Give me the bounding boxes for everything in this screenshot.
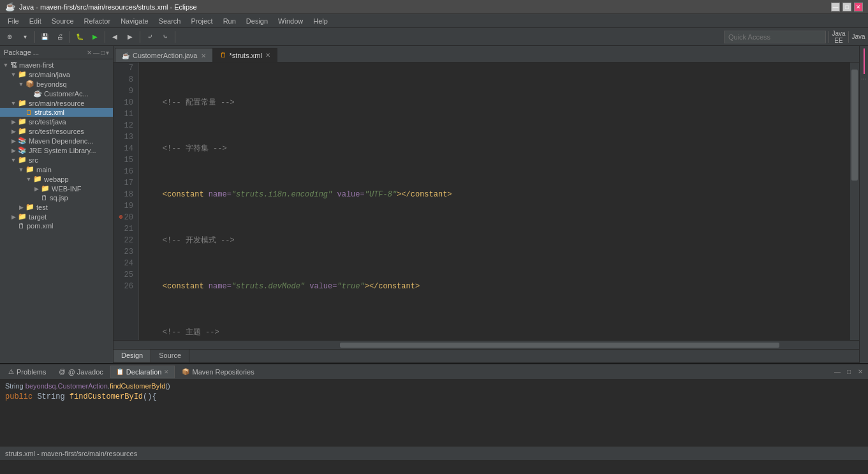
menu-search[interactable]: Search	[154, 15, 186, 27]
panel-maximize-btn[interactable]: □	[844, 367, 854, 377]
folder-icon: 📁	[18, 70, 27, 78]
sidebar-min-btn[interactable]: —	[93, 49, 99, 56]
attr-val: "struts.i18n.encoding"	[232, 189, 332, 200]
quick-access-input[interactable]	[724, 31, 826, 43]
sig-type: String	[5, 382, 26, 390]
tree-item-maven-first[interactable]: ▼ 🏗 maven-first	[0, 61, 113, 70]
comment-12: <!-- 主题 -->	[144, 327, 219, 338]
right-panel: ⋮	[859, 46, 868, 363]
toolbar-back-btn[interactable]: ◀	[108, 30, 122, 44]
panel-tab-problems[interactable]: ⚠ Problems	[3, 366, 52, 378]
tree-item-beyondsq[interactable]: ▼ 📦 beyondsq	[0, 79, 113, 89]
sidebar-close-btn[interactable]: ✕	[87, 49, 92, 56]
menu-refactor[interactable]: Refactor	[79, 15, 116, 27]
toolbar-btn3[interactable]: ⤶	[143, 30, 157, 44]
menu-run[interactable]: Run	[218, 15, 241, 27]
tree-item-src-test-resources[interactable]: ▶ 📁 src/test/resources	[0, 126, 113, 136]
java-btn[interactable]: Java	[851, 30, 865, 44]
tree-item-customerac[interactable]: ▶ ☕ CustomerAc...	[0, 89, 113, 98]
tree-item-maven-dep[interactable]: ▶ 📚 Maven Dependenc...	[0, 136, 113, 145]
tab-close-btn[interactable]: ✕	[265, 52, 270, 59]
menu-help[interactable]: Help	[308, 15, 333, 27]
tree-item-sq-jsp[interactable]: ▶ 🗒 sq.jsp	[0, 193, 113, 202]
menu-source[interactable]: Source	[47, 15, 79, 27]
sidebar-max-btn[interactable]: □	[101, 49, 105, 56]
line-num-23: 23	[119, 246, 133, 258]
bracket3: >	[447, 189, 452, 200]
toolbar-run-btn[interactable]: ▶	[88, 30, 102, 44]
java-ee-btn[interactable]: Java EE	[832, 30, 846, 44]
error-icon: ⊗	[119, 212, 123, 223]
panel-minimize-btn[interactable]: —	[832, 367, 842, 377]
toolbar-debug-btn[interactable]: 🐛	[73, 30, 87, 44]
toolbar-save-btn[interactable]: 💾	[38, 30, 52, 44]
vertical-scrollbar[interactable]	[850, 63, 859, 340]
toolbar-print-btn[interactable]: 🖨	[53, 30, 67, 44]
maven-icon: 📦	[182, 368, 189, 375]
menu-design[interactable]: Design	[241, 15, 273, 27]
code-line-12: <!-- 主题 -->	[144, 327, 850, 338]
menu-project[interactable]: Project	[186, 15, 217, 27]
menu-window[interactable]: Window	[273, 15, 308, 27]
folder-icon: 📁	[33, 175, 42, 183]
expand-arrow: ▼	[10, 100, 17, 107]
menu-navigate[interactable]: Navigate	[115, 15, 153, 27]
design-tab[interactable]: Design	[114, 350, 151, 362]
javadoc-label: @ Javadoc	[68, 368, 103, 376]
tree-item-src[interactable]: ▼ 📁 src	[0, 155, 113, 165]
declaration-icon: 📋	[116, 368, 124, 375]
declaration-close-btn[interactable]: ✕	[164, 369, 169, 375]
tree-item-target[interactable]: ▶ 📁 target	[0, 212, 113, 221]
hscroll-thumb[interactable]	[340, 343, 779, 348]
titlebar-controls: — □ ✕	[831, 3, 863, 11]
sidebar-menu-btn[interactable]: ▾	[106, 49, 109, 56]
sidebar-header: Package ... ✕ — □ ▾	[0, 46, 113, 59]
horizontal-scrollbar[interactable]	[114, 340, 859, 349]
toolbar-new-btn[interactable]: ⊕	[3, 30, 17, 44]
menu-file[interactable]: File	[3, 15, 24, 27]
bracket: <	[144, 189, 167, 200]
tree-item-src-test-java[interactable]: ▶ 📁 src/test/java	[0, 117, 113, 126]
tree-item-main[interactable]: ▼ 📁 main	[0, 165, 113, 174]
tree-item-webinf[interactable]: ▶ 📁 WEB-INF	[0, 184, 113, 193]
right-label: ⋮	[861, 77, 867, 82]
panel-tab-declaration[interactable]: 📋 Declaration ✕	[110, 366, 175, 378]
tree-item-pom-xml[interactable]: ▶ 🗒 pom.xml	[0, 221, 113, 230]
tree-item-struts-xml[interactable]: ▶ 🗒 struts.xml	[0, 108, 113, 117]
sig-method: findCustomerById	[110, 382, 165, 390]
line-num-16: 16	[119, 166, 133, 177]
minimize-btn[interactable]: —	[831, 3, 840, 11]
tree-item-webapp[interactable]: ▼ 📁 webapp	[0, 174, 113, 184]
code-line-11: <constant name="struts.devMode" value="t…	[144, 281, 850, 292]
tree-item-src-main-resource[interactable]: ▼ 📁 src/main/resource	[0, 98, 113, 108]
tab-close-btn[interactable]: ✕	[201, 52, 206, 59]
tree-item-test[interactable]: ▶ 📁 test	[0, 202, 113, 212]
maximize-btn[interactable]: □	[842, 3, 851, 11]
line-num-24: 24	[119, 258, 133, 269]
toolbar-fwd-btn[interactable]: ▶	[123, 30, 137, 44]
tree-label: src/test/resources	[29, 128, 84, 135]
panel-close-btn[interactable]: ✕	[855, 367, 865, 377]
source-tab[interactable]: Source	[151, 350, 189, 362]
code-text[interactable]: <!-- 配置常量 --> <!-- 字符集 --> <constant nam…	[139, 63, 850, 340]
menu-edit[interactable]: Edit	[24, 15, 47, 27]
panel-tab-javadoc[interactable]: @ @ Javadoc	[53, 366, 108, 378]
folder-icon: 📁	[18, 117, 27, 126]
tree-item-src-main-java[interactable]: ▼ 📁 src/main/java	[0, 70, 113, 79]
tag: constant	[167, 281, 204, 292]
ret-type: String	[37, 392, 69, 401]
close-btn[interactable]: ✕	[854, 3, 863, 11]
toolbar-btn4[interactable]: ⤷	[158, 30, 172, 44]
line-num-11: 11	[119, 108, 133, 120]
hscroll-bar[interactable]	[120, 343, 853, 348]
panel-tab-maven[interactable]: 📦 Maven Repositories	[176, 366, 260, 378]
tab-label: CustomerAction.java	[133, 52, 198, 59]
vscroll-thumb[interactable]	[851, 70, 858, 181]
toolbar-btn2[interactable]: ▾	[18, 30, 32, 44]
tab-struts-xml[interactable]: 🗒 *struts.xml ✕	[213, 48, 277, 62]
code-editor[interactable]: 7 8 9 10 11 12 13 14 15 16 17 18 19 ⊗20 …	[114, 63, 859, 340]
tab-customer-action[interactable]: ☕ CustomerAction.java ✕	[115, 48, 213, 62]
tree-item-jre[interactable]: ▶ 📚 JRE System Library...	[0, 145, 113, 155]
tree-label: pom.xml	[27, 222, 54, 230]
problems-icon: ⚠	[8, 368, 14, 375]
